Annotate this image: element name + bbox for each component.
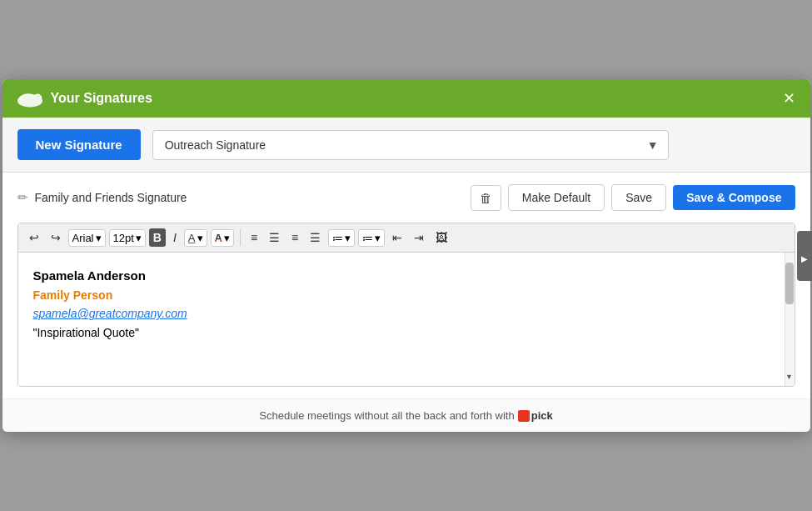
align-justify-icon: ☰: [310, 231, 321, 244]
numbered-list-icon: ≔: [362, 232, 373, 244]
font-color-select[interactable]: A ▾: [211, 229, 234, 247]
signature-content-role: Family Person: [33, 288, 113, 302]
pick-brand-name: pick: [531, 409, 553, 422]
right-edge-label: ▶: [800, 254, 810, 263]
modal-body: ✏ Family and Friends Signature 🗑 Make De…: [2, 173, 810, 387]
new-signature-button[interactable]: New Signature: [17, 129, 141, 160]
bold-button[interactable]: B: [149, 228, 166, 247]
indent-increase-button[interactable]: ⇥: [410, 228, 428, 247]
make-default-button[interactable]: Make Default: [508, 184, 605, 211]
underline-color-icon: A: [188, 232, 196, 244]
editor-content-inner: Spamela Anderson Family Person spamela@g…: [33, 266, 770, 342]
align-left-button[interactable]: ≡: [247, 228, 262, 247]
footer-text: Schedule meetings without all the back a…: [259, 409, 514, 422]
signature-select[interactable]: Outreach Signature Family and Friends Si…: [152, 130, 669, 160]
pencil-icon: ✏: [17, 190, 28, 205]
font-color-arrow-icon: ▾: [224, 232, 230, 244]
trash-icon: 🗑: [480, 191, 492, 205]
align-center-button[interactable]: ☰: [265, 228, 284, 247]
underline-color-select[interactable]: A ▾: [184, 229, 207, 247]
editor-content[interactable]: Spamela Anderson Family Person spamela@g…: [18, 253, 785, 386]
modal: Your Signatures ✕ New Signature Outreach…: [2, 79, 810, 432]
font-size-label: 12pt: [113, 232, 134, 244]
editor-wrapper: Spamela Anderson Family Person spamela@g…: [18, 253, 795, 386]
signature-name-left: ✏ Family and Friends Signature: [17, 190, 187, 205]
close-button[interactable]: ✕: [783, 91, 795, 106]
scrollbar-thumb: [785, 263, 794, 304]
modal-header: Your Signatures ✕: [2, 79, 810, 118]
signature-actions: 🗑 Make Default Save Save & Compose: [471, 184, 795, 211]
editor-toolbar: ↩ ↪ Arial ▾ 12pt ▾ B: [18, 223, 795, 253]
editor-scrollbar[interactable]: ▾: [785, 253, 795, 386]
undo-icon: ↩: [29, 231, 39, 244]
numbered-list-select[interactable]: ≔ ▾: [358, 229, 385, 247]
signature-content-email[interactable]: spamela@greatcompany.com: [33, 307, 187, 320]
align-left-icon: ≡: [251, 231, 257, 244]
indent-decrease-icon: ⇤: [392, 231, 402, 244]
signature-select-wrapper: Outreach Signature Family and Friends Si…: [152, 130, 669, 160]
numbered-list-arrow-icon: ▾: [375, 232, 381, 244]
save-button[interactable]: Save: [611, 184, 666, 211]
insert-image-button[interactable]: 🖼: [431, 228, 451, 247]
header-left: Your Signatures: [17, 89, 152, 108]
font-size-arrow-icon: ▾: [136, 232, 142, 244]
save-compose-button[interactable]: Save & Compose: [673, 185, 795, 210]
right-edge-tab[interactable]: ▶: [797, 231, 812, 281]
font-family-select[interactable]: Arial ▾: [68, 229, 106, 247]
bullet-list-arrow-icon: ▾: [345, 232, 351, 244]
editor-container: ↩ ↪ Arial ▾ 12pt ▾ B: [17, 223, 795, 387]
underline-color-arrow-icon: ▾: [197, 232, 203, 244]
align-justify-button[interactable]: ☰: [306, 228, 325, 247]
modal-toolbar: New Signature Outreach Signature Family …: [2, 118, 810, 173]
bullet-list-select[interactable]: ≔ ▾: [328, 229, 355, 247]
undo-button[interactable]: ↩: [25, 228, 43, 247]
italic-button[interactable]: I: [169, 228, 181, 247]
insert-image-icon: 🖼: [436, 231, 447, 244]
modal-title: Your Signatures: [51, 91, 152, 106]
align-center-icon: ☰: [269, 231, 280, 244]
signature-content-name: Spamela Anderson: [33, 268, 146, 283]
font-size-select[interactable]: 12pt ▾: [109, 229, 146, 247]
indent-decrease-button[interactable]: ⇤: [388, 228, 406, 247]
bullet-list-icon: ≔: [332, 232, 343, 244]
signature-content-quote: "Inspirational Quote": [33, 326, 139, 339]
pick-square-icon: [518, 410, 530, 422]
modal-overlay: Your Signatures ✕ New Signature Outreach…: [0, 0, 812, 511]
font-family-label: Arial: [72, 232, 94, 244]
redo-button[interactable]: ↪: [47, 228, 65, 247]
bold-icon: B: [153, 231, 162, 244]
app-logo-icon: [17, 89, 42, 108]
font-color-icon: A: [215, 232, 222, 244]
signature-name-text: Family and Friends Signature: [35, 191, 187, 204]
scroll-down-arrow[interactable]: ▾: [785, 371, 794, 383]
align-right-icon: ≡: [291, 231, 298, 244]
font-family-arrow-icon: ▾: [96, 232, 102, 244]
italic-icon: I: [173, 231, 177, 244]
delete-signature-button[interactable]: 🗑: [471, 185, 501, 211]
modal-footer: Schedule meetings without all the back a…: [2, 398, 810, 432]
redo-icon: ↪: [51, 231, 61, 244]
align-right-button[interactable]: ≡: [287, 228, 302, 247]
toolbar-divider-1: [240, 229, 241, 246]
signature-name-row: ✏ Family and Friends Signature 🗑 Make De…: [17, 184, 795, 211]
pick-brand-logo: pick: [518, 409, 553, 422]
indent-increase-icon: ⇥: [414, 231, 424, 244]
